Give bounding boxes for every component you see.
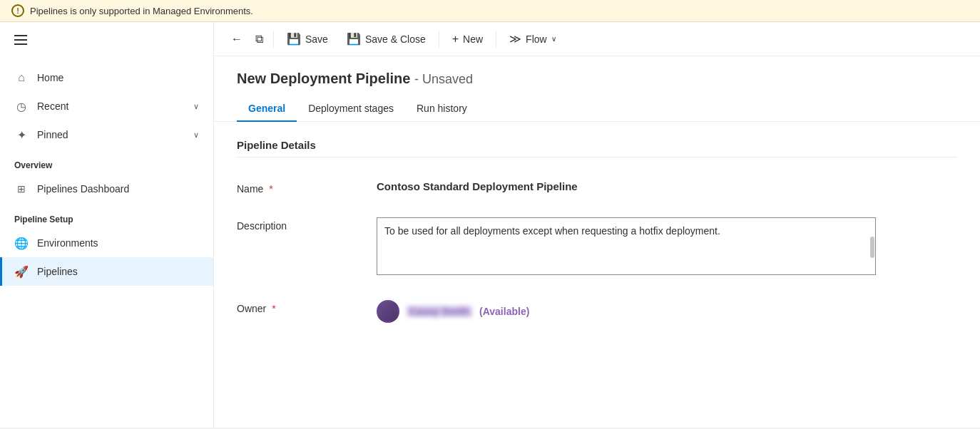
description-textarea[interactable]: [377, 217, 876, 275]
chevron-down-icon: ∨: [193, 130, 199, 140]
main-content: ← ⧉ 💾 Save 💾 Save & Close + New ≫ F: [214, 22, 980, 428]
description-label: Description: [237, 217, 365, 232]
overview-section-label: Overview: [0, 149, 213, 175]
unsaved-label: - Unsaved: [414, 72, 473, 86]
toolbar-divider-2: [439, 31, 439, 48]
page-title-area: New Deployment Pipeline - Unsaved: [214, 56, 980, 87]
hamburger-menu[interactable]: [11, 32, 30, 48]
scrollbar-indicator: [870, 237, 874, 258]
pinned-icon: ✦: [14, 128, 29, 142]
owner-value: Casey Smith (Available): [377, 300, 957, 323]
window-icon: ⧉: [255, 33, 263, 46]
name-label: Name *: [237, 180, 365, 195]
tab-general[interactable]: General: [237, 95, 297, 121]
form-section: Pipeline Details Name * Contoso Standard…: [214, 122, 980, 351]
owner-name: Casey Smith: [407, 306, 472, 317]
save-icon: 💾: [287, 32, 301, 46]
window-button[interactable]: ⧉: [250, 29, 269, 50]
description-value[interactable]: [377, 217, 957, 277]
sidebar-recent-label: Recent: [37, 100, 68, 112]
sidebar-pinned-label: Pinned: [37, 129, 68, 140]
sidebar-dashboard-label: Pipelines Dashboard: [37, 183, 129, 195]
tab-run-history[interactable]: Run history: [405, 95, 479, 121]
sidebar-item-pipelines[interactable]: 🚀 Pipelines: [0, 257, 213, 286]
save-label: Save: [305, 33, 328, 45]
required-star: *: [269, 183, 272, 195]
sidebar-item-home[interactable]: ⌂ Home: [0, 63, 213, 92]
required-star-owner: *: [272, 303, 275, 314]
avatar: [377, 300, 399, 323]
description-textarea-wrapper: [377, 217, 876, 277]
new-label: New: [463, 33, 483, 45]
sidebar-nav: ⌂ Home ◷ Recent ∨ ✦ Pinned ∨ Overview ⊞ …: [0, 58, 213, 291]
pipeline-setup-section-label: Pipeline Setup: [0, 203, 213, 229]
chevron-down-icon: ∨: [193, 102, 199, 111]
save-button[interactable]: 💾 Save: [278, 28, 337, 50]
pipelines-icon: 🚀: [14, 264, 29, 279]
new-icon: +: [452, 33, 459, 46]
home-icon: ⌂: [14, 71, 29, 85]
tab-deployment-stages[interactable]: Deployment stages: [297, 95, 405, 121]
toolbar-divider: [273, 31, 274, 48]
warning-banner: ! Pipelines is only supported in Managed…: [0, 0, 980, 22]
name-field-row: Name * Contoso Standard Deployment Pipel…: [237, 169, 957, 206]
save-close-label: Save & Close: [365, 33, 426, 45]
sidebar-item-environments[interactable]: 🌐 Environments: [0, 229, 213, 257]
banner-message: Pipelines is only supported in Managed E…: [30, 6, 253, 16]
recent-icon: ◷: [14, 99, 29, 113]
description-field-row: Description: [237, 206, 957, 289]
owner-field-row: Owner * Casey Smith (Available): [237, 289, 957, 334]
sidebar-environments-label: Environments: [37, 237, 98, 249]
back-button[interactable]: ←: [225, 29, 248, 50]
page-title-text: New Deployment Pipeline: [237, 71, 410, 86]
environments-icon: 🌐: [14, 236, 29, 250]
flow-chevron-icon: ∨: [551, 35, 556, 43]
back-icon: ←: [231, 33, 243, 46]
sidebar-item-pipelines-dashboard[interactable]: ⊞ Pipelines Dashboard: [0, 175, 213, 203]
name-value: Contoso Standard Deployment Pipeline: [377, 180, 957, 192]
flow-icon: ≫: [509, 32, 521, 46]
sidebar-header: [0, 22, 213, 58]
sidebar-item-recent[interactable]: ◷ Recent ∨: [0, 92, 213, 120]
tabs-bar: General Deployment stages Run history: [214, 95, 980, 122]
owner-status: (Available): [479, 306, 529, 317]
pipeline-details-title: Pipeline Details: [237, 139, 957, 157]
owner-label: Owner *: [237, 300, 365, 314]
dashboard-icon: ⊞: [14, 182, 29, 196]
owner-row: Casey Smith (Available): [377, 300, 957, 323]
sidebar-item-pinned[interactable]: ✦ Pinned ∨: [0, 120, 213, 149]
avatar-image: [377, 300, 399, 323]
flow-label: Flow: [526, 33, 547, 45]
flow-button[interactable]: ≫ Flow ∨: [501, 28, 565, 50]
save-close-icon: 💾: [347, 32, 361, 46]
sidebar: ⌂ Home ◷ Recent ∨ ✦ Pinned ∨ Overview ⊞ …: [0, 22, 214, 428]
toolbar: ← ⧉ 💾 Save 💾 Save & Close + New ≫ F: [214, 22, 980, 56]
page-title: New Deployment Pipeline - Unsaved: [237, 71, 957, 87]
toolbar-divider-3: [496, 31, 496, 48]
sidebar-home-label: Home: [37, 72, 63, 83]
new-button[interactable]: + New: [444, 29, 491, 50]
save-close-button[interactable]: 💾 Save & Close: [338, 28, 434, 50]
page-content: New Deployment Pipeline - Unsaved Genera…: [214, 56, 980, 428]
sidebar-pipelines-label: Pipelines: [37, 266, 78, 277]
warning-icon: !: [11, 4, 24, 17]
